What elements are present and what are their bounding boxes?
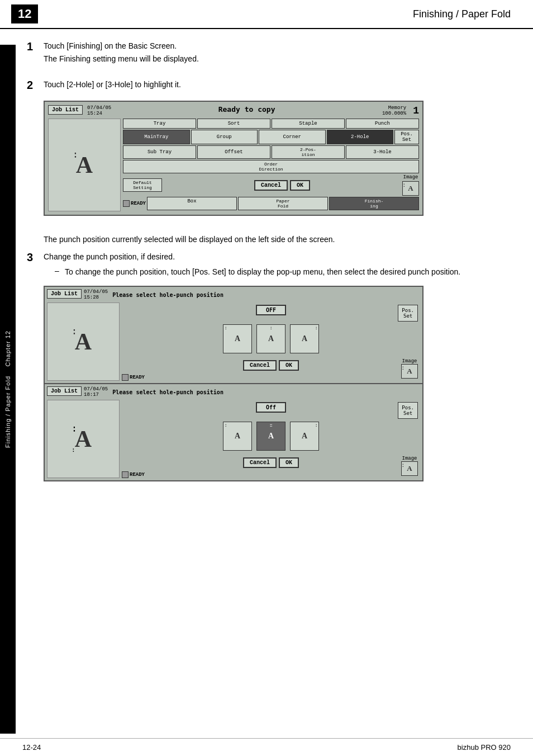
- ps3-datetime: 07/04/05 18:17: [84, 386, 108, 398]
- ps3-off-area: Off: [122, 400, 420, 415]
- step-2: 2 Touch [2-Hole] or [3-Hole] to highligh…: [27, 79, 511, 224]
- ps2-datetime: 07/04/05 15:28: [84, 289, 108, 300]
- cs1-ok-btn[interactable]: OK: [290, 180, 310, 191]
- step-2-text: Touch [2-Hole] or [3-Hole] to highlight …: [44, 79, 511, 91]
- sidebar-section-label: Finishing / Paper Fold: [4, 376, 11, 448]
- step-2-content: Touch [2-Hole] or [3-Hole] to highlight …: [44, 79, 511, 224]
- ps3-ready-row: READY: [122, 471, 420, 478]
- ps3-image-label: Image: [401, 456, 418, 461]
- ps3-job-list[interactable]: Job List: [47, 386, 82, 396]
- cs1-ready-wrap: READY: [123, 197, 146, 210]
- cs1-default-setting-btn[interactable]: Default Setting: [123, 178, 162, 192]
- cs1-corner-btn[interactable]: Corner: [259, 130, 326, 144]
- cs1-punch-btn[interactable]: Punch: [346, 119, 419, 129]
- cs1-cancel-btn[interactable]: Cancel: [254, 180, 288, 191]
- cs1-row2: MainTray Group Corner 2-Hole Pos. Set: [123, 130, 419, 144]
- cs1-paper-fold-btn[interactable]: Paper Fold: [238, 197, 328, 210]
- ps2-right: OFF ∶A ∶A ∶A: [122, 303, 420, 381]
- main-content: 1 Touch [Finishing] on the Basic Screen.…: [16, 29, 533, 533]
- ps2-positions: ∶A ∶A ∶A: [122, 324, 420, 353]
- cs1-action-row: Default Setting Cancel OK Image ∶A: [123, 174, 419, 196]
- ps2-off-area: OFF: [122, 303, 420, 318]
- ps3-image-preview: ∶A: [401, 461, 418, 476]
- cs1-datetime: 07/04/05 15:24: [87, 105, 111, 116]
- cs1-maintray-btn[interactable]: MainTray: [123, 130, 190, 144]
- ps2-pos-set-btn[interactable]: Pos. Set: [398, 305, 418, 322]
- ps3-dots: ∶: [72, 427, 78, 433]
- cs1-sort-btn[interactable]: Sort: [197, 119, 270, 129]
- screen-1-container: Job List 07/04/05 15:24 Ready to copy Me…: [44, 101, 423, 216]
- ps2-image-area: Image ∶A: [401, 358, 418, 379]
- ps3-pos-2-selected[interactable]: ∶∶A: [256, 422, 285, 451]
- page-footer: 12-24 bizhub PRO 920: [0, 738, 533, 756]
- ps3-pos-3[interactable]: ∶A: [290, 422, 319, 451]
- ps3-title: Please select hole-punch position: [112, 389, 420, 395]
- cs1-image-label: Image: [403, 174, 418, 180]
- ps2-header: Job List 07/04/05 15:28 Please select ho…: [47, 289, 420, 300]
- cs1-offset-btn[interactable]: Offset: [197, 145, 270, 159]
- cs1-body: ∶ A Tray Sort Staple Punch: [48, 119, 419, 211]
- step-3-sub-bullet: – To change the punch position, touch [P…: [55, 266, 511, 278]
- ps2-job-list[interactable]: Job List: [47, 289, 82, 299]
- cs1-job-list[interactable]: Job List: [48, 105, 83, 115]
- ps3-cancel-btn[interactable]: Cancel: [243, 457, 277, 468]
- ps2-image-preview: ∶A: [401, 364, 418, 379]
- cs1-right: Tray Sort Staple Punch MainTray Group Co…: [123, 119, 419, 211]
- ps2-ready-icon: [122, 374, 129, 381]
- cs1-image-preview: ∶A: [402, 181, 419, 196]
- ps2-off-btn[interactable]: OFF: [256, 305, 286, 315]
- ps3-image-area: Image ∶A: [401, 456, 418, 476]
- cs1-memory-value: 100.000%: [382, 111, 406, 116]
- cs1-tray-btn[interactable]: Tray: [123, 119, 196, 129]
- step-1-subtext: The Finishing setting menu will be displ…: [44, 54, 511, 63]
- step-1-text: Touch [Finishing] on the Basic Screen.: [44, 40, 511, 52]
- cs1-row3: Sub Tray Offset 2-Pos- ition 3-Hole: [123, 145, 419, 159]
- ps2-cancel-btn[interactable]: Cancel: [243, 360, 277, 371]
- cs1-hole2-btn[interactable]: 2-Hole: [327, 130, 394, 144]
- cs1-pos-set-btn[interactable]: Pos. Set: [394, 130, 419, 144]
- ps3-header-left: Job List 07/04/05 18:17: [47, 386, 108, 398]
- step-3-text: Change the punch position, if desired.: [44, 251, 511, 263]
- ps2-pos-2[interactable]: ∶A: [256, 324, 285, 353]
- cs1-hole3-btn[interactable]: 3-Hole: [346, 145, 419, 159]
- ps3-a-icon: ∶ A ∶: [75, 426, 92, 452]
- cs1-memory: Memory 100.000%: [382, 105, 406, 116]
- ps2-pos-1[interactable]: ∶A: [223, 324, 252, 353]
- cs1-row1: Tray Sort Staple Punch: [123, 119, 419, 129]
- cs1-img-dots: ∶: [403, 183, 404, 188]
- cs1-order-dir-btn[interactable]: Order Direction: [123, 160, 419, 173]
- ps3-off-btn[interactable]: Off: [256, 402, 286, 413]
- ps2-body: ∶ A OFF: [47, 303, 420, 381]
- ps2-pos-3[interactable]: ∶A: [290, 324, 319, 353]
- ps3-pos-set-btn[interactable]: Pos. Set: [398, 402, 418, 419]
- cs1-finishing-btn[interactable]: Finish- ing: [329, 197, 419, 210]
- ps3-bottom-dots: ∶: [72, 446, 75, 455]
- ps2-img-dots: ∶: [402, 366, 403, 371]
- cs1-group-btn[interactable]: Group: [191, 130, 258, 144]
- cs1-ok-cancel-group: Cancel OK: [254, 180, 310, 191]
- ps3-action-row: Cancel OK: [122, 457, 420, 468]
- ps2-pos-set-area: Pos. Set: [398, 305, 418, 322]
- ps3-header: Job List 07/04/05 18:17 Please select ho…: [47, 386, 420, 398]
- popup-screen-2: Job List 07/04/05 15:28 Please select ho…: [45, 287, 422, 383]
- cs1-footer: READY Box Paper Fold Finish- ing: [123, 197, 419, 210]
- cs1-header: Job List 07/04/05 15:24 Ready to copy Me…: [48, 105, 419, 116]
- popup-screens-container: Job List 07/04/05 15:28 Please select ho…: [44, 286, 423, 481]
- step-3-number: 3: [27, 251, 44, 489]
- chapter-title: Finishing / Paper Fold: [413, 8, 511, 20]
- cs1-pos2-btn[interactable]: 2-Pos- ition: [272, 145, 345, 159]
- cs1-ready-icon: [123, 200, 130, 207]
- ps2-preview: ∶ A: [47, 303, 120, 381]
- cs1-row4: Order Direction: [123, 160, 419, 173]
- sub-dash: –: [55, 266, 65, 278]
- ps3-preview: ∶ A ∶: [47, 400, 120, 478]
- step-1: 1 Touch [Finishing] on the Basic Screen.…: [27, 40, 511, 69]
- cs1-ready-label: READY: [131, 201, 146, 206]
- cs1-box-btn[interactable]: Box: [147, 197, 237, 210]
- ps2-action-row: Cancel OK: [122, 360, 420, 371]
- cs1-staple-btn[interactable]: Staple: [272, 119, 345, 129]
- ps2-ok-btn[interactable]: OK: [279, 360, 299, 371]
- cs1-subtray-btn[interactable]: Sub Tray: [123, 145, 196, 159]
- ps3-pos-1[interactable]: ∶A: [223, 422, 252, 451]
- ps3-ok-btn[interactable]: OK: [279, 457, 299, 468]
